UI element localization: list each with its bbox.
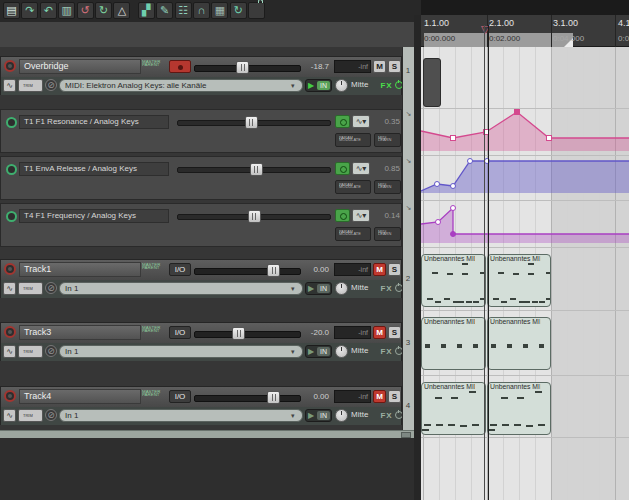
save-project-button[interactable]: ↶ xyxy=(40,2,57,19)
automation-envelope-T4-F1-Frequency[interactable] xyxy=(421,200,629,247)
envelope-name[interactable]: T1 EnvA Release / Analog Keys xyxy=(19,162,169,176)
midi-item-Track3[interactable]: Unbenanntes MID... xyxy=(421,317,486,370)
envelope-point[interactable] xyxy=(451,136,456,141)
solo-button[interactable]: S xyxy=(388,263,401,276)
no-send-button[interactable]: ⊘ xyxy=(45,282,57,294)
envelope-slider-handle[interactable] xyxy=(245,116,258,129)
input-selector[interactable]: MIDI: Elektron Analog Keys: alle Kanäle xyxy=(59,79,303,92)
record-arm-button[interactable] xyxy=(4,60,16,72)
envelope-name[interactable]: T1 F1 Resonance / Analog Keys xyxy=(19,115,169,129)
midi-learn-button[interactable]: MIDILEARN xyxy=(374,227,401,241)
fx-button[interactable]: FX xyxy=(378,409,395,422)
no-send-button[interactable]: ⊘ xyxy=(45,345,57,357)
mute-button[interactable]: M xyxy=(373,60,386,73)
param-modulate-button[interactable]: PARAMMODULATE xyxy=(335,133,371,147)
envelope-shape-button[interactable]: ∿▾ xyxy=(352,162,370,175)
pan-knob[interactable] xyxy=(335,79,348,92)
lane-resize-grip[interactable]: ↘ xyxy=(403,204,414,212)
pan-knob[interactable] xyxy=(335,282,348,295)
track-name[interactable]: Track4 xyxy=(19,389,141,404)
monitor-in-button[interactable]: ▶IN xyxy=(305,409,332,422)
track-panel-bottom-strip[interactable] xyxy=(0,430,414,438)
envelope-bypass-button[interactable] xyxy=(6,117,17,128)
volume-fader[interactable] xyxy=(194,65,301,72)
panel-arrange-divider[interactable] xyxy=(414,15,421,500)
envelope-point[interactable] xyxy=(451,206,456,211)
track-name[interactable]: Overbridge xyxy=(19,59,141,74)
solo-button[interactable]: S xyxy=(388,60,401,73)
envelope-button[interactable]: ∿ xyxy=(3,345,16,358)
input-selector[interactable]: In 1 xyxy=(59,282,303,295)
timeline-ruler[interactable]: 1.1.000:00.0002.1.000:02.0003.1.000:04.0… xyxy=(421,15,629,47)
record-indicator[interactable] xyxy=(169,60,191,73)
envelope-value-slider[interactable] xyxy=(177,214,331,220)
metronome-button[interactable]: △ xyxy=(113,2,130,19)
master-parent-send[interactable]: MASTERPARENT xyxy=(142,263,157,271)
monitor-in-button[interactable]: ▶IN xyxy=(305,79,332,92)
envelope-active-button[interactable] xyxy=(335,162,350,175)
envelope-slider-handle[interactable] xyxy=(250,163,263,176)
lock-button[interactable] xyxy=(248,2,265,19)
fader-handle[interactable] xyxy=(267,391,280,404)
redo-button[interactable]: ↻ xyxy=(95,2,112,19)
envelope-value-slider[interactable] xyxy=(177,167,331,173)
no-send-button[interactable]: ⊘ xyxy=(45,79,57,91)
fader-handle[interactable] xyxy=(232,327,245,340)
solo-button[interactable]: S xyxy=(388,390,401,403)
no-send-button[interactable]: ⊘ xyxy=(45,409,57,421)
trim-button[interactable]: TRIM xyxy=(18,409,43,422)
param-modulate-button[interactable]: PARAMMODULATE xyxy=(335,180,371,194)
envelope-button[interactable]: ∿ xyxy=(3,79,16,92)
master-parent-send[interactable]: MASTERPARENT xyxy=(142,390,157,398)
envelope-slider-handle[interactable] xyxy=(248,210,261,223)
envelope-point[interactable] xyxy=(451,232,456,237)
envelope-bypass-button[interactable] xyxy=(6,164,17,175)
open-project-button[interactable]: ↷ xyxy=(21,2,38,19)
envelope-point[interactable] xyxy=(547,136,552,141)
item-edit-mode-button[interactable]: ✎ xyxy=(156,2,173,19)
volume-fader[interactable] xyxy=(194,395,301,402)
grid-snap-button[interactable]: ▦ xyxy=(211,2,228,19)
envelope-shape-button[interactable]: ∿▾ xyxy=(352,209,370,222)
ripple-edit-button[interactable]: ▞ xyxy=(138,2,155,19)
envelope-point[interactable] xyxy=(451,184,456,189)
envelope-button[interactable]: ∿ xyxy=(3,409,16,422)
trim-button[interactable]: TRIM xyxy=(18,282,43,295)
trim-button[interactable]: TRIM xyxy=(18,79,43,92)
midi-learn-button[interactable]: MIDILEARN xyxy=(374,133,401,147)
midi-item-Track1[interactable]: Unbenanntes MIDI... xyxy=(487,254,551,307)
monitor-in-button[interactable]: ▶IN xyxy=(305,345,332,358)
envelope-point[interactable] xyxy=(515,110,520,115)
lane-resize-grip[interactable]: ↘ xyxy=(403,157,414,165)
grouping-button[interactable]: ☷ xyxy=(175,2,192,19)
volume-fader[interactable] xyxy=(194,268,301,275)
crossfade-button[interactable]: ↻ xyxy=(230,2,247,19)
envelope-name[interactable]: T4 F1 Frequency / Analog Keys xyxy=(19,209,169,223)
volume-fader[interactable] xyxy=(194,331,301,338)
envelope-button[interactable]: ∿ xyxy=(3,282,16,295)
envelope-point[interactable] xyxy=(468,159,473,164)
pan-knob[interactable] xyxy=(335,345,348,358)
envelope-points-move-button[interactable]: ∩ xyxy=(193,2,210,19)
fader-handle[interactable] xyxy=(236,61,249,74)
midi-item-Track1[interactable]: Unbenanntes MID... xyxy=(421,254,486,307)
master-parent-send[interactable]: MASTERPARENT xyxy=(142,326,157,334)
record-arm-button[interactable] xyxy=(4,263,16,275)
envelope-active-button[interactable] xyxy=(335,115,350,128)
input-selector[interactable]: In 1 xyxy=(59,409,303,422)
input-selector[interactable]: In 1 xyxy=(59,345,303,358)
envelope-bypass-button[interactable] xyxy=(6,211,17,222)
pan-knob[interactable] xyxy=(335,409,348,422)
input-dropdown-icon[interactable]: ▾ xyxy=(291,345,295,358)
overbridge-media-item[interactable] xyxy=(423,58,441,107)
monitor-in-button[interactable]: ▶IN xyxy=(305,282,332,295)
lane-resize-grip[interactable]: ↘ xyxy=(403,110,414,118)
fx-button[interactable]: FX xyxy=(378,345,395,358)
io-button[interactable]: I/O xyxy=(169,263,191,276)
envelope-value-slider[interactable] xyxy=(177,120,331,126)
envelope-shape-button[interactable]: ∿▾ xyxy=(352,115,370,128)
record-arm-button[interactable] xyxy=(4,390,16,402)
midi-item-Track4[interactable]: Unbenanntes MID... xyxy=(421,382,486,435)
envelope-active-button[interactable] xyxy=(335,209,350,222)
track-name[interactable]: Track1 xyxy=(19,262,141,277)
